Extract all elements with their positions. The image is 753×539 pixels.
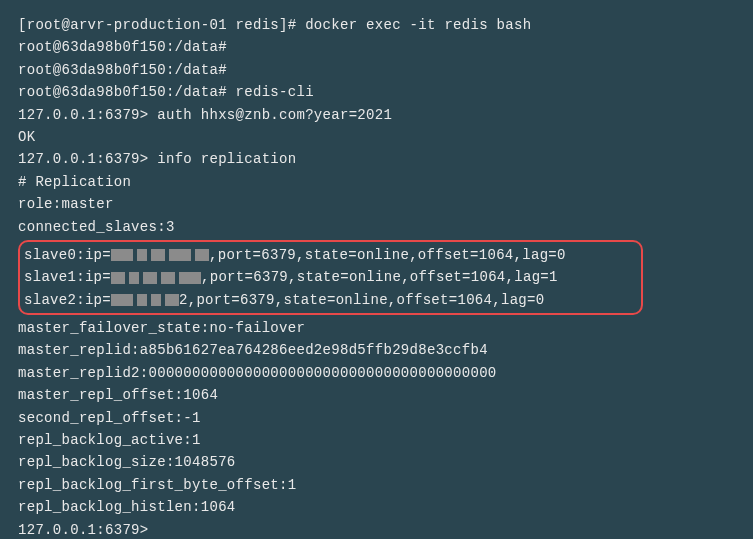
terminal-line: root@63da98b0f150:/data# [18,36,735,58]
slave-info-line: slave0:ip=,port=6379,state=online,offset… [24,244,637,266]
shell-prompt: root@63da98b0f150:/data# [18,84,236,100]
slave-info-line: slave1:ip=,port=6379,state=online,offset… [24,266,637,288]
terminal-line: 127.0.0.1:6379> info replication [18,148,735,170]
command-text: auth hhxs@znb.com?year=2021 [157,107,392,123]
terminal-line: repl_backlog_active:1 [18,429,735,451]
terminal-line: [root@arvr-production-01 redis]# docker … [18,14,735,36]
terminal-input-line[interactable]: 127.0.0.1:6379> [18,519,735,539]
output-text: 2 [179,292,188,308]
redacted-ip [111,249,209,261]
shell-prompt: [root@arvr-production-01 redis]# [18,17,305,33]
terminal-line: OK [18,126,735,148]
terminal-line: master_replid:a85b61627ea764286eed2e98d5… [18,339,735,361]
terminal-line: repl_backlog_size:1048576 [18,451,735,473]
terminal-line: root@63da98b0f150:/data# redis-cli [18,81,735,103]
terminal-line: master_failover_state:no-failover [18,317,735,339]
terminal-line: repl_backlog_histlen:1064 [18,496,735,518]
command-text: info replication [157,151,296,167]
redis-prompt: 127.0.0.1:6379> [18,107,157,123]
highlighted-slaves-box: slave0:ip=,port=6379,state=online,offset… [18,240,643,315]
terminal-line: 127.0.0.1:6379> auth hhxs@znb.com?year=2… [18,104,735,126]
terminal-line: # Replication [18,171,735,193]
output-text: ,port=6379,state=online,offset=1064,lag=… [188,292,545,308]
terminal-line: second_repl_offset:-1 [18,407,735,429]
command-text: docker exec -it redis bash [305,17,531,33]
redacted-ip [111,272,201,284]
terminal-line: repl_backlog_first_byte_offset:1 [18,474,735,496]
command-text: redis-cli [236,84,314,100]
output-text: slave2:ip= [24,292,111,308]
terminal-line: master_repl_offset:1064 [18,384,735,406]
terminal-line: role:master [18,193,735,215]
output-text: ,port=6379,state=online,offset=1064,lag=… [201,269,558,285]
output-text: slave1:ip= [24,269,111,285]
output-text: slave0:ip= [24,247,111,263]
output-text: ,port=6379,state=online,offset=1064,lag=… [209,247,566,263]
terminal-line: master_replid2:0000000000000000000000000… [18,362,735,384]
redacted-ip [111,294,179,306]
terminal-line: connected_slaves:3 [18,216,735,238]
slave-info-line: slave2:ip=2,port=6379,state=online,offse… [24,289,637,311]
redis-prompt: 127.0.0.1:6379> [18,151,157,167]
terminal-line: root@63da98b0f150:/data# [18,59,735,81]
